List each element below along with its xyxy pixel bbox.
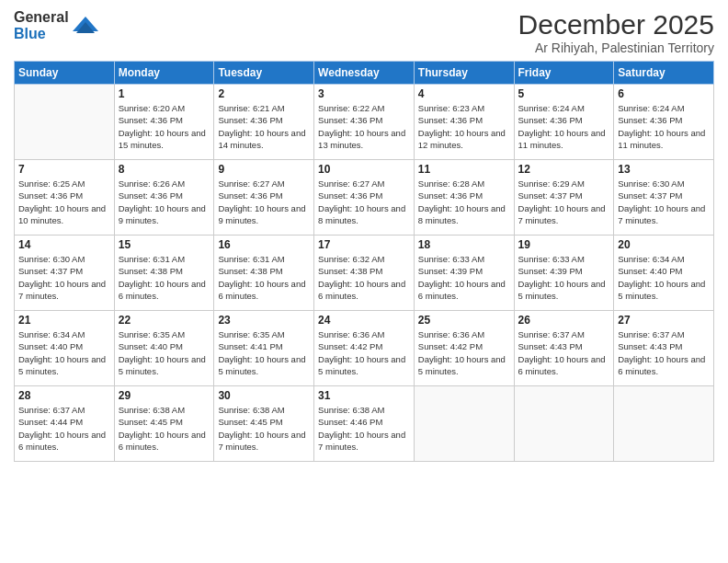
- weekday-header: Sunday: [15, 62, 115, 85]
- calendar-cell: 5Sunrise: 6:24 AM Sunset: 4:36 PM Daylig…: [514, 85, 614, 160]
- calendar: SundayMondayTuesdayWednesdayThursdayFrid…: [14, 61, 714, 462]
- day-info: Sunrise: 6:38 AM Sunset: 4:45 PM Dayligh…: [218, 404, 310, 453]
- calendar-cell: 28Sunrise: 6:37 AM Sunset: 4:44 PM Dayli…: [15, 386, 115, 462]
- day-info: Sunrise: 6:37 AM Sunset: 4:43 PM Dayligh…: [518, 328, 610, 377]
- day-info: Sunrise: 6:30 AM Sunset: 4:37 PM Dayligh…: [618, 178, 710, 226]
- logo-blue-text: Blue: [14, 26, 46, 41]
- calendar-cell: [514, 386, 614, 462]
- day-info: Sunrise: 6:34 AM Sunset: 4:40 PM Dayligh…: [618, 253, 710, 302]
- calendar-cell: 30Sunrise: 6:38 AM Sunset: 4:45 PM Dayli…: [214, 386, 314, 462]
- day-info: Sunrise: 6:34 AM Sunset: 4:40 PM Dayligh…: [18, 328, 110, 377]
- day-info: Sunrise: 6:27 AM Sunset: 4:36 PM Dayligh…: [318, 178, 410, 226]
- calendar-cell: 1Sunrise: 6:20 AM Sunset: 4:36 PM Daylig…: [114, 85, 214, 160]
- day-number: 14: [18, 238, 110, 251]
- calendar-cell: 13Sunrise: 6:30 AM Sunset: 4:37 PM Dayli…: [614, 160, 714, 236]
- weekday-header: Monday: [114, 62, 214, 85]
- month-title: December 2025: [518, 9, 714, 40]
- weekday-header: Tuesday: [214, 62, 314, 85]
- location-title: Ar Rihiyah, Palestinian Territory: [518, 40, 714, 55]
- calendar-cell: 15Sunrise: 6:31 AM Sunset: 4:38 PM Dayli…: [114, 236, 214, 311]
- calendar-header-row: SundayMondayTuesdayWednesdayThursdayFrid…: [15, 62, 714, 85]
- day-number: 19: [518, 238, 610, 251]
- day-info: Sunrise: 6:35 AM Sunset: 4:41 PM Dayligh…: [218, 328, 310, 377]
- day-info: Sunrise: 6:25 AM Sunset: 4:36 PM Dayligh…: [18, 178, 110, 226]
- day-info: Sunrise: 6:24 AM Sunset: 4:36 PM Dayligh…: [618, 102, 710, 151]
- calendar-week-row: 28Sunrise: 6:37 AM Sunset: 4:44 PM Dayli…: [15, 386, 714, 462]
- calendar-cell: [614, 386, 714, 462]
- day-info: Sunrise: 6:32 AM Sunset: 4:38 PM Dayligh…: [318, 253, 410, 302]
- calendar-cell: 4Sunrise: 6:23 AM Sunset: 4:36 PM Daylig…: [414, 85, 514, 160]
- day-info: Sunrise: 6:31 AM Sunset: 4:38 PM Dayligh…: [218, 253, 310, 302]
- calendar-week-row: 1Sunrise: 6:20 AM Sunset: 4:36 PM Daylig…: [15, 85, 714, 160]
- day-number: 7: [18, 163, 110, 176]
- day-number: 3: [318, 87, 410, 100]
- calendar-cell: 11Sunrise: 6:28 AM Sunset: 4:36 PM Dayli…: [414, 160, 514, 236]
- day-number: 23: [218, 314, 310, 327]
- calendar-cell: 8Sunrise: 6:26 AM Sunset: 4:36 PM Daylig…: [114, 160, 214, 236]
- calendar-cell: 20Sunrise: 6:34 AM Sunset: 4:40 PM Dayli…: [614, 236, 714, 311]
- day-info: Sunrise: 6:38 AM Sunset: 4:46 PM Dayligh…: [318, 404, 410, 453]
- day-number: 13: [618, 163, 710, 176]
- day-info: Sunrise: 6:35 AM Sunset: 4:40 PM Dayligh…: [119, 328, 210, 377]
- day-info: Sunrise: 6:22 AM Sunset: 4:36 PM Dayligh…: [318, 102, 410, 151]
- calendar-cell: 6Sunrise: 6:24 AM Sunset: 4:36 PM Daylig…: [614, 85, 714, 160]
- day-info: Sunrise: 6:28 AM Sunset: 4:36 PM Dayligh…: [418, 178, 510, 226]
- calendar-cell: 31Sunrise: 6:38 AM Sunset: 4:46 PM Dayli…: [314, 386, 415, 462]
- calendar-cell: 9Sunrise: 6:27 AM Sunset: 4:36 PM Daylig…: [214, 160, 314, 236]
- calendar-cell: 7Sunrise: 6:25 AM Sunset: 4:36 PM Daylig…: [15, 160, 115, 236]
- day-info: Sunrise: 6:36 AM Sunset: 4:42 PM Dayligh…: [418, 328, 510, 377]
- header: General Blue December 2025 Ar Rihiyah, P…: [14, 9, 714, 55]
- day-number: 20: [618, 238, 710, 251]
- day-info: Sunrise: 6:33 AM Sunset: 4:39 PM Dayligh…: [518, 253, 610, 302]
- day-number: 1: [119, 87, 210, 100]
- day-number: 9: [218, 163, 310, 176]
- calendar-cell: 24Sunrise: 6:36 AM Sunset: 4:42 PM Dayli…: [314, 311, 415, 386]
- weekday-header: Thursday: [414, 62, 514, 85]
- logo: General Blue: [14, 9, 98, 42]
- day-number: 11: [418, 163, 510, 176]
- logo-general-text: General: [14, 9, 69, 25]
- day-info: Sunrise: 6:33 AM Sunset: 4:39 PM Dayligh…: [418, 253, 510, 302]
- weekday-header: Friday: [514, 62, 614, 85]
- day-number: 26: [518, 314, 610, 327]
- calendar-cell: 12Sunrise: 6:29 AM Sunset: 4:37 PM Dayli…: [514, 160, 614, 236]
- day-number: 4: [418, 87, 510, 100]
- day-number: 29: [119, 389, 210, 402]
- day-info: Sunrise: 6:37 AM Sunset: 4:43 PM Dayligh…: [618, 328, 710, 377]
- day-info: Sunrise: 6:30 AM Sunset: 4:37 PM Dayligh…: [18, 253, 110, 302]
- calendar-cell: 2Sunrise: 6:21 AM Sunset: 4:36 PM Daylig…: [214, 85, 314, 160]
- calendar-week-row: 14Sunrise: 6:30 AM Sunset: 4:37 PM Dayli…: [15, 236, 714, 311]
- calendar-cell: 14Sunrise: 6:30 AM Sunset: 4:37 PM Dayli…: [15, 236, 115, 311]
- day-number: 18: [418, 238, 510, 251]
- page: General Blue December 2025 Ar Rihiyah, P…: [0, 0, 728, 563]
- day-info: Sunrise: 6:29 AM Sunset: 4:37 PM Dayligh…: [518, 178, 610, 226]
- calendar-cell: [414, 386, 514, 462]
- day-number: 31: [318, 389, 410, 402]
- calendar-week-row: 21Sunrise: 6:34 AM Sunset: 4:40 PM Dayli…: [15, 311, 714, 386]
- calendar-cell: 10Sunrise: 6:27 AM Sunset: 4:36 PM Dayli…: [314, 160, 415, 236]
- calendar-cell: [15, 85, 115, 160]
- calendar-cell: 27Sunrise: 6:37 AM Sunset: 4:43 PM Dayli…: [614, 311, 714, 386]
- day-number: 5: [518, 87, 610, 100]
- day-number: 2: [218, 87, 310, 100]
- day-number: 17: [318, 238, 410, 251]
- calendar-cell: 22Sunrise: 6:35 AM Sunset: 4:40 PM Dayli…: [114, 311, 214, 386]
- day-info: Sunrise: 6:23 AM Sunset: 4:36 PM Dayligh…: [418, 102, 510, 151]
- day-info: Sunrise: 6:31 AM Sunset: 4:38 PM Dayligh…: [119, 253, 210, 302]
- title-section: December 2025 Ar Rihiyah, Palestinian Te…: [518, 9, 714, 55]
- calendar-week-row: 7Sunrise: 6:25 AM Sunset: 4:36 PM Daylig…: [15, 160, 714, 236]
- weekday-header: Wednesday: [314, 62, 415, 85]
- calendar-cell: 18Sunrise: 6:33 AM Sunset: 4:39 PM Dayli…: [414, 236, 514, 311]
- day-number: 24: [318, 314, 410, 327]
- calendar-cell: 19Sunrise: 6:33 AM Sunset: 4:39 PM Dayli…: [514, 236, 614, 311]
- day-number: 25: [418, 314, 510, 327]
- day-info: Sunrise: 6:36 AM Sunset: 4:42 PM Dayligh…: [318, 328, 410, 377]
- day-info: Sunrise: 6:37 AM Sunset: 4:44 PM Dayligh…: [18, 404, 110, 453]
- day-info: Sunrise: 6:21 AM Sunset: 4:36 PM Dayligh…: [218, 102, 310, 151]
- day-info: Sunrise: 6:27 AM Sunset: 4:36 PM Dayligh…: [218, 178, 310, 226]
- day-number: 16: [218, 238, 310, 251]
- calendar-cell: 21Sunrise: 6:34 AM Sunset: 4:40 PM Dayli…: [15, 311, 115, 386]
- calendar-cell: 26Sunrise: 6:37 AM Sunset: 4:43 PM Dayli…: [514, 311, 614, 386]
- calendar-cell: 29Sunrise: 6:38 AM Sunset: 4:45 PM Dayli…: [114, 386, 214, 462]
- day-info: Sunrise: 6:24 AM Sunset: 4:36 PM Dayligh…: [518, 102, 610, 151]
